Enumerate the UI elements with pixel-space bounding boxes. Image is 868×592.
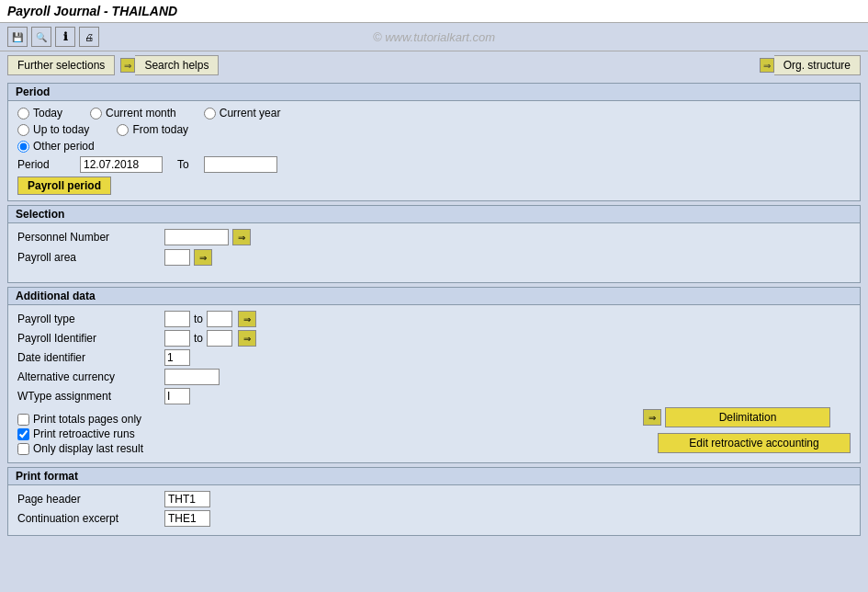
nav-buttons-bar: Further selections ⇒ Search helps ⇒ Org.… bbox=[0, 51, 868, 79]
info-icon[interactable]: ℹ bbox=[55, 27, 75, 47]
alt-currency-input[interactable] bbox=[164, 369, 220, 385]
print-format-section-body: Page header Continuation excerpt bbox=[8, 485, 860, 535]
other-period-radio[interactable] bbox=[17, 141, 29, 153]
personnel-number-arrow-button[interactable]: ⇒ bbox=[232, 229, 251, 245]
period-to-input[interactable] bbox=[204, 156, 277, 173]
print-format-section: Print format Page header Continuation ex… bbox=[7, 467, 861, 536]
today-radio[interactable] bbox=[17, 108, 29, 120]
print-totals-row: Print totals pages only bbox=[17, 413, 621, 426]
alt-currency-label: Alternative currency bbox=[17, 370, 164, 383]
payroll-type-arrow-button[interactable]: ⇒ bbox=[238, 311, 256, 327]
additional-data-left: Payroll type to ⇒ Payroll Identifier to … bbox=[17, 311, 621, 457]
selection-section-body: Personnel Number ⇒ Payroll area ⇒ bbox=[8, 223, 860, 282]
up-to-today-radio-label[interactable]: Up to today bbox=[17, 123, 89, 136]
payroll-identifier-row: Payroll Identifier to ⇒ bbox=[17, 330, 621, 347]
today-radio-label[interactable]: Today bbox=[17, 107, 62, 120]
search-helps-button[interactable]: Search helps bbox=[135, 55, 219, 75]
save-icon[interactable]: 💾 bbox=[7, 27, 28, 47]
up-to-today-radio[interactable] bbox=[17, 124, 29, 136]
up-to-today-label: Up to today bbox=[33, 123, 89, 136]
page-header-input[interactable] bbox=[164, 491, 210, 507]
toolbar: 💾 🔍 ℹ 🖨 © www.tutorialkart.com bbox=[0, 23, 868, 51]
date-identifier-label: Date identifier bbox=[17, 351, 164, 364]
payroll-type-label: Payroll type bbox=[17, 313, 164, 325]
other-period-radio-label[interactable]: Other period bbox=[17, 140, 95, 153]
edit-retroactive-button[interactable]: Edit retroactive accounting bbox=[658, 433, 851, 453]
continuation-input[interactable] bbox=[164, 510, 210, 527]
watermark: © www.tutorialkart.com bbox=[373, 30, 495, 44]
continuation-label: Continuation excerpt bbox=[17, 512, 164, 525]
period-to-label: To bbox=[177, 158, 189, 171]
current-year-radio[interactable] bbox=[204, 108, 216, 120]
payroll-identifier-to-label: to bbox=[194, 332, 203, 345]
print-totals-label: Print totals pages only bbox=[33, 413, 141, 426]
from-today-radio[interactable] bbox=[117, 124, 129, 136]
other-period-label: Other period bbox=[33, 140, 95, 153]
selection-section-title: Selection bbox=[8, 206, 860, 223]
current-year-radio-label[interactable]: Current year bbox=[204, 107, 281, 120]
search-helps-label: Search helps bbox=[144, 59, 209, 72]
date-identifier-input[interactable] bbox=[164, 349, 190, 366]
period-label: Period bbox=[17, 158, 73, 171]
alt-currency-row: Alternative currency bbox=[17, 369, 621, 385]
additional-data-section-title: Additional data bbox=[8, 288, 860, 305]
further-selections-button[interactable]: Further selections bbox=[7, 55, 115, 75]
only-display-row: Only display last result bbox=[17, 442, 621, 455]
print-icon[interactable]: 🖨 bbox=[79, 27, 99, 47]
find-icon[interactable]: 🔍 bbox=[31, 27, 51, 47]
payroll-type-input[interactable] bbox=[164, 311, 190, 327]
search-helps-arrow-icon: ⇒ bbox=[120, 58, 135, 73]
period-section-title: Period bbox=[8, 84, 860, 101]
print-format-section-title: Print format bbox=[8, 468, 860, 485]
current-month-radio-label[interactable]: Current month bbox=[90, 107, 176, 120]
org-structure-label: Org. structure bbox=[783, 59, 851, 72]
org-structure-arrow-icon: ⇒ bbox=[760, 58, 774, 73]
delimitation-btn-row: ⇒ Delimitation bbox=[639, 407, 851, 427]
edit-retroactive-btn-row: Edit retroactive accounting bbox=[639, 433, 851, 453]
period-from-input[interactable] bbox=[80, 156, 163, 173]
period-row-2: Up to today From today bbox=[17, 123, 851, 136]
current-month-label: Current month bbox=[106, 107, 176, 120]
further-selections-label: Further selections bbox=[17, 59, 105, 72]
payroll-area-arrow-button[interactable]: ⇒ bbox=[194, 249, 212, 266]
delimitation-button[interactable]: Delimitation bbox=[665, 407, 830, 427]
payroll-area-label: Payroll area bbox=[17, 251, 164, 264]
payroll-identifier-label: Payroll Identifier bbox=[17, 332, 164, 345]
period-row-3: Other period bbox=[17, 140, 851, 153]
payroll-identifier-arrow-button[interactable]: ⇒ bbox=[238, 330, 256, 347]
payroll-identifier-to-input[interactable] bbox=[207, 330, 232, 347]
personnel-number-input[interactable] bbox=[164, 229, 229, 245]
page-header-label: Page header bbox=[17, 493, 164, 506]
from-today-label: From today bbox=[132, 123, 188, 136]
print-retroactive-checkbox[interactable] bbox=[17, 428, 29, 440]
payroll-period-button[interactable]: Payroll period bbox=[17, 176, 111, 195]
org-structure-button[interactable]: Org. structure bbox=[774, 55, 861, 75]
personnel-number-row: Personnel Number ⇒ bbox=[17, 229, 851, 245]
payroll-period-btn-row: Payroll period bbox=[17, 176, 851, 195]
current-month-radio[interactable] bbox=[90, 108, 102, 120]
title-bar: Payroll Journal - THAILAND bbox=[0, 0, 868, 23]
date-identifier-row: Date identifier bbox=[17, 349, 621, 366]
continuation-row: Continuation excerpt bbox=[17, 510, 851, 527]
print-totals-checkbox[interactable] bbox=[17, 414, 29, 426]
only-display-checkbox[interactable] bbox=[17, 443, 29, 455]
page-header-row: Page header bbox=[17, 491, 851, 507]
period-row-1: Today Current month Current year bbox=[17, 107, 851, 120]
additional-data-section: Additional data Payroll type to ⇒ Payrol… bbox=[7, 287, 861, 463]
payroll-identifier-input[interactable] bbox=[164, 330, 190, 347]
wtype-row: WType assignment bbox=[17, 388, 621, 404]
wtype-label: WType assignment bbox=[17, 390, 164, 403]
payroll-area-input[interactable] bbox=[164, 249, 190, 266]
period-section: Period Today Current month Current year … bbox=[7, 83, 861, 201]
selection-section: Selection Personnel Number ⇒ Payroll are… bbox=[7, 205, 861, 283]
additional-data-body: Payroll type to ⇒ Payroll Identifier to … bbox=[8, 305, 860, 462]
today-label: Today bbox=[33, 107, 62, 120]
print-retroactive-row: Print retroactive runs bbox=[17, 427, 621, 440]
current-year-label: Current year bbox=[220, 107, 281, 120]
period-field-row: Period To bbox=[17, 156, 851, 173]
wtype-input[interactable] bbox=[164, 388, 190, 404]
delimitation-arrow-icon: ⇒ bbox=[643, 409, 661, 426]
from-today-radio-label[interactable]: From today bbox=[117, 123, 188, 136]
payroll-type-to-input[interactable] bbox=[207, 311, 232, 327]
only-display-label: Only display last result bbox=[33, 442, 143, 455]
